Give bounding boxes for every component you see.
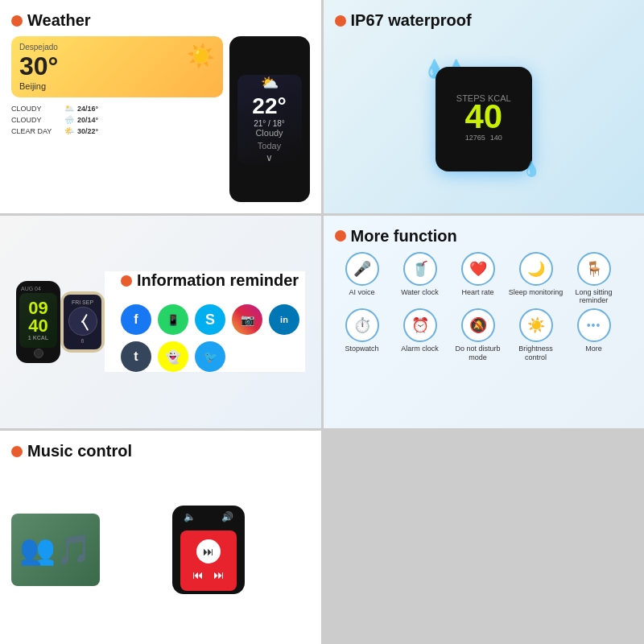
- stopwatch-label: Stopwatch: [345, 345, 378, 353]
- people-image: 👥🎵: [19, 533, 92, 567]
- weather-temps-2: 20/14°: [77, 116, 98, 124]
- watch-crown: [34, 349, 43, 358]
- ai-voice-icon: 🎤: [345, 252, 379, 286]
- watch-date-label: AUG 04: [19, 284, 57, 293]
- social-icons-grid: f 📱 S 📷 in t 👻 🐦: [121, 304, 305, 372]
- music-title: Music control: [11, 442, 310, 460]
- brightness-label: Brightness control: [509, 345, 564, 362]
- ip67-number: 40: [464, 100, 502, 134]
- watch-face-weather: ⛅ 22° 21° / 18° Cloudy Today ∨: [237, 75, 302, 163]
- ip67-watch-display: 💧💧 STEPS KCAL 40 12765 140 💧: [335, 36, 634, 202]
- music-nav-buttons: ⏮ ⏭: [192, 568, 225, 581]
- weather-watch: ⛅ 22° 21° / 18° Cloudy Today ∨: [229, 36, 310, 202]
- weather-row-2: CLOUDY 🌧️ 20/14°: [11, 115, 223, 124]
- sleep-label: Sleep monitoring: [509, 288, 564, 297]
- func-ai-voice: 🎤 AI voice: [335, 252, 390, 306]
- weather-left: Despejado 30° Beijing ☀️ CLOUDY 🌥️ 24/16…: [11, 36, 223, 202]
- func-heart-rate: ❤️ Heart rate: [451, 252, 506, 306]
- weather-temps-3: 30/22°: [77, 127, 98, 135]
- info-section: Information reminder f 📱 S 📷 in t 👻 🐦: [105, 271, 305, 372]
- weather-icon-2: 🌧️: [64, 115, 74, 124]
- ip67-title-text: IP67 waterproof: [351, 11, 472, 30]
- cloud-icon: ⛅: [261, 74, 279, 92]
- snapchat-icon: 👻: [158, 341, 188, 372]
- watch-black-band: AUG 04 0940 1 KCAL: [16, 281, 60, 363]
- water-clock-label: Water clock: [401, 288, 439, 297]
- watch-screen-analog: FRI SEP 6: [64, 295, 101, 349]
- facebook-icon: f: [121, 304, 151, 335]
- prev-button[interactable]: ⏮: [192, 568, 204, 581]
- sitting-icon: 🪑: [577, 252, 611, 286]
- play-pause-button[interactable]: ⏭: [196, 539, 221, 564]
- stopwatch-icon: ⏱️: [345, 308, 379, 342]
- watch-today: Today: [258, 141, 281, 151]
- weather-temps-1: 24/16°: [77, 105, 98, 113]
- alarm-label: Alarm clock: [401, 345, 439, 353]
- more-function-section: More function 🎤 AI voice 🥤 Water clock ❤…: [324, 216, 645, 429]
- weather-icon-1: 🌥️: [64, 104, 74, 113]
- speaker-left-icon: 🔈: [184, 511, 196, 522]
- sitting-label: Long sitting reminder: [567, 288, 621, 306]
- weather-cond-2: CLOUDY: [11, 116, 61, 124]
- ip67-stat1: 12765: [465, 134, 485, 142]
- music-watch-display: 🔈 🔊 ⏭ ⏮ ⏭: [108, 506, 310, 594]
- music-dot: [11, 446, 23, 457]
- more-title: More function: [335, 227, 634, 246]
- speaker-row: 🔈 🔊: [180, 510, 237, 524]
- func-stopwatch: ⏱️ Stopwatch: [335, 308, 390, 362]
- music-photo: 👥🎵: [11, 514, 100, 586]
- main-grid: Weather Despejado 30° Beijing ☀️: [0, 0, 644, 644]
- weather-dot: [11, 15, 23, 27]
- alarm-icon: ⏰: [403, 308, 437, 342]
- ai-voice-label: AI voice: [349, 288, 374, 297]
- info-title: Information reminder: [121, 271, 305, 290]
- dnd-icon: 🔕: [461, 308, 495, 342]
- watch-temp: 22°: [252, 93, 286, 119]
- info-title-text: Information reminder: [137, 271, 299, 290]
- weather-rows: CLOUDY 🌥️ 24/16° CLOUDY 🌧️ 20/14° CLEAR …: [11, 104, 223, 135]
- more-icon: •••: [577, 308, 611, 342]
- sun-icon: ☀️: [187, 43, 215, 69]
- func-sitting: 🪑 Long sitting reminder: [567, 252, 621, 306]
- watch-gold-display: FRI SEP 6: [60, 291, 105, 353]
- weather-status: Despejado: [19, 43, 58, 52]
- watches-section: AUG 04 0940 1 KCAL FRI SEP: [0, 216, 321, 429]
- func-brightness: ☀️ Brightness control: [509, 308, 564, 362]
- weather-city: Beijing: [19, 81, 58, 91]
- ip67-stats: 12765 140: [465, 134, 502, 142]
- weather-row-1: CLOUDY 🌥️ 24/16°: [11, 104, 223, 113]
- weather-card: Despejado 30° Beijing ☀️: [11, 36, 223, 97]
- func-water-clock: 🥤 Water clock: [393, 252, 448, 306]
- weather-section: Weather Despejado 30° Beijing ☀️: [0, 0, 321, 213]
- dnd-label: Do not disturb mode: [451, 345, 506, 362]
- next-button[interactable]: ⏭: [213, 568, 225, 581]
- twitter-icon: 🐦: [195, 341, 225, 372]
- watch-black-bottom: [19, 348, 57, 360]
- func-sleep: 🌙 Sleep monitoring: [509, 252, 564, 306]
- weather-title: Weather: [11, 11, 310, 30]
- watch-screen-green: 0940 1 KCAL: [19, 293, 57, 348]
- ip67-stat2: 140: [490, 134, 502, 142]
- weather-cond-1: CLOUDY: [11, 105, 61, 113]
- watch-gold-band: FRI SEP 6: [60, 291, 105, 353]
- function-icons-grid: 🎤 AI voice 🥤 Water clock ❤️ Heart rate 🌙…: [335, 252, 634, 362]
- ip67-watch-container: 💧💧 STEPS KCAL 40 12765 140 💧: [436, 67, 532, 171]
- analog-date: FRI SEP: [72, 299, 93, 305]
- music-section: Music control 👥🎵 🔈 🔊 ⏭ ⏮ ⏭: [0, 431, 321, 644]
- ip67-section: IP67 waterproof 💧💧 STEPS KCAL 40 12765 1…: [324, 0, 645, 213]
- music-controls-panel: ⏭ ⏮ ⏭: [180, 530, 237, 591]
- weather-temp: 30°: [19, 52, 58, 81]
- more-dot: [335, 230, 346, 242]
- instagram-icon: 📷: [232, 304, 262, 335]
- watch-time-display: 0940: [28, 299, 47, 335]
- skype-icon: S: [195, 304, 225, 335]
- ip67-dot: [335, 15, 346, 27]
- clock-center: [81, 320, 84, 323]
- weather-content: Despejado 30° Beijing ☀️ CLOUDY 🌥️ 24/16…: [11, 36, 310, 202]
- watch-black-display: AUG 04 0940 1 KCAL: [16, 281, 60, 363]
- whatsapp-icon: 📱: [158, 304, 188, 335]
- more-label: More: [585, 345, 602, 353]
- analog-steps: 6: [81, 338, 85, 344]
- music-watch: 🔈 🔊 ⏭ ⏮ ⏭: [172, 506, 245, 594]
- watch-cal: 1 KCAL: [28, 335, 48, 341]
